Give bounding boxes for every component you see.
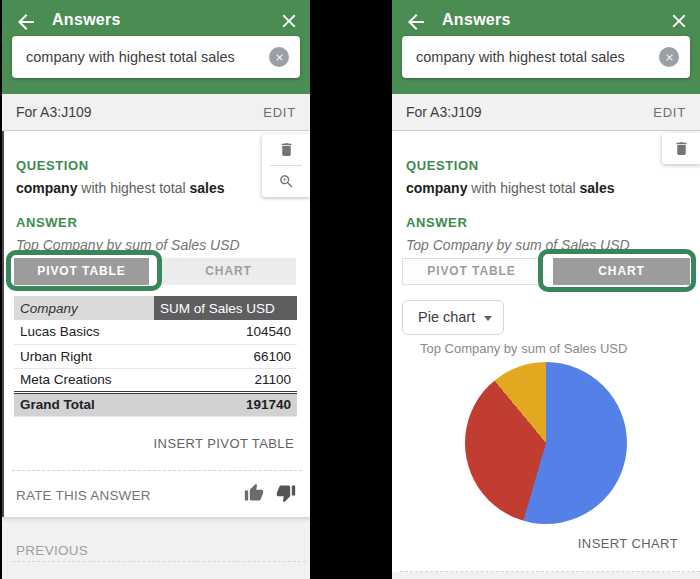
card-toolbar [662,133,700,164]
tab-pivot-table[interactable]: PIVOT TABLE [14,258,149,285]
delete-icon[interactable] [662,133,700,164]
answer-label: ANSWER [406,215,467,230]
rate-answer-label: RATE THIS ANSWER [16,488,151,503]
clear-search-icon[interactable] [269,47,289,67]
previous-section [392,572,700,579]
tab-chart[interactable]: CHART [553,258,690,285]
chart-title: Top Company by sum of Sales USD [420,341,627,356]
section-divider [12,470,302,471]
search-input[interactable] [416,36,646,78]
column-header-company: Company [14,296,154,320]
question-term: sales [580,180,615,196]
range-bar: For A3:J109 EDIT [392,94,700,131]
answer-subtitle: Top Company by sum of Sales USD [16,237,240,253]
pivot-table: Company SUM of Sales USD Lucas Basics104… [14,296,297,417]
back-arrow-icon[interactable] [404,10,428,34]
view-tabs: PIVOT TABLE CHART [14,258,296,285]
panel-title: Answers [442,11,511,29]
question-text: company with highest total sales [16,180,225,196]
table-header-row: Company SUM of Sales USD [14,296,297,320]
panel-edge-divider [2,131,4,517]
pivot-table-body: Lucas Basics104540Urban Right66100Meta C… [14,320,297,392]
table-row: Meta Creations21100 [14,368,297,392]
table-row: Lucas Basics104540 [14,320,297,344]
cell-company: Lucas Basics [14,320,154,344]
answer-subtitle: Top Company by sum of Sales USD [406,237,630,253]
range-label: For A3:J109 [406,104,482,120]
close-icon[interactable] [278,10,300,32]
answers-panel-pivot-view: Answers For A3:J109 EDIT QUESTION compan… [2,0,310,579]
thumb-down-icon[interactable] [276,483,296,503]
answers-panel-chart-view: Answers For A3:J109 EDIT QUESTION compan… [392,0,700,579]
cell-value: 66100 [154,344,297,368]
dropdown-caret-icon [484,316,492,321]
question-middle: with highest total [467,180,579,196]
grand-total-row: Grand Total 191740 [14,392,297,416]
edit-range-button[interactable]: EDIT [263,105,296,120]
chart-type-value: Pie chart [418,309,475,325]
cell-value: 104540 [154,320,297,344]
question-term: company [16,180,77,196]
question-term: sales [190,180,225,196]
panel-title: Answers [52,11,121,29]
previous-section: PREVIOUS [2,517,310,579]
edit-range-button[interactable]: EDIT [653,105,686,120]
clear-search-icon[interactable] [659,47,679,67]
question-middle: with highest total [77,180,189,196]
previous-button[interactable]: PREVIOUS [16,543,88,558]
close-icon[interactable] [668,10,690,32]
delete-icon[interactable] [262,134,310,165]
search-input[interactable] [26,36,256,78]
tab-chart[interactable]: CHART [161,258,296,285]
question-term: company [406,180,467,196]
panel-header: Answers [392,0,700,94]
panel-header: Answers [2,0,310,94]
cell-company: Urban Right [14,344,154,368]
insert-chart-button[interactable]: INSERT CHART [578,536,678,551]
zoom-in-icon[interactable] [262,166,310,197]
card-toolbar [262,134,310,197]
pie-chart [465,362,627,524]
cell-value: 21100 [154,368,297,392]
search-box [12,36,300,78]
question-label: QUESTION [406,158,479,173]
answer-label: ANSWER [16,215,77,230]
question-text: company with highest total sales [406,180,615,196]
tab-pivot-table[interactable]: PIVOT TABLE [402,258,541,285]
back-arrow-icon[interactable] [14,10,38,34]
grand-total-value: 191740 [154,392,297,416]
section-divider [12,561,306,562]
search-box [402,36,690,78]
question-label: QUESTION [16,158,89,173]
chart-type-dropdown[interactable]: Pie chart [402,300,504,335]
section-divider [400,571,700,572]
column-header-sum: SUM of Sales USD [154,296,297,320]
view-tabs: PIVOT TABLE CHART [402,258,690,285]
range-bar: For A3:J109 EDIT [2,94,310,131]
table-row: Urban Right66100 [14,344,297,368]
insert-pivot-table-button[interactable]: INSERT PIVOT TABLE [154,436,294,451]
grand-total-label: Grand Total [14,392,154,416]
range-label: For A3:J109 [16,104,92,120]
thumb-up-icon[interactable] [244,483,264,503]
cell-company: Meta Creations [14,368,154,392]
